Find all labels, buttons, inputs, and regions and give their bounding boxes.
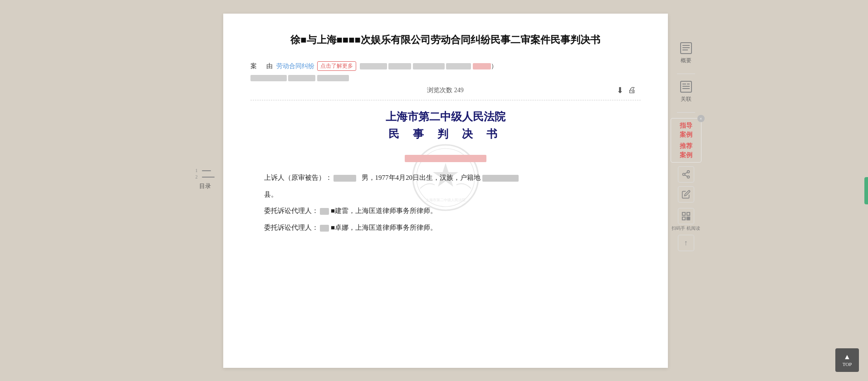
top-arrow-icon: ▲ xyxy=(843,353,851,361)
appellant-label: 上诉人（原审被告）： xyxy=(264,174,332,181)
svg-point-14 xyxy=(682,173,685,176)
divider1 xyxy=(677,74,695,74)
click-more-badge[interactable]: 点击了解更多 xyxy=(317,61,356,71)
delegate1-label: 委托诉讼代理人： xyxy=(264,207,319,214)
case-number-row xyxy=(250,155,641,162)
court-doc-type: 民 事 判 决 书 xyxy=(250,127,641,141)
related-label: 关联 xyxy=(681,95,691,103)
delegate2-label: 委托诉讼代理人： xyxy=(264,224,319,231)
body-text: 上诉人（原审被告）： 男，1977年4月20日出生，汉族，户籍地 县。 委托诉讼… xyxy=(250,171,641,234)
right-sidebar: 概要 关联 × 指导案例 推荐案例 xyxy=(668,14,704,368)
appellant-info: 男，1977年4月20日出生，汉族，户籍地 xyxy=(362,174,481,181)
svg-rect-19 xyxy=(687,213,689,215)
svg-line-17 xyxy=(685,173,687,174)
delegate2-name: ■卓娜，上海匡道律师事务所律师。 xyxy=(331,224,437,231)
view-count-value: 249 xyxy=(454,87,464,94)
guide-case-label: 指导案例 xyxy=(675,121,697,139)
svg-rect-24 xyxy=(688,217,690,218)
view-count-row: 浏览次数 249 ⬇ 🖨 xyxy=(250,86,641,100)
case-by-label: 由 xyxy=(266,62,273,70)
guide-case-box: × 指导案例 推荐案例 xyxy=(671,118,701,163)
view-count-label: 浏览次数 xyxy=(427,86,452,94)
svg-rect-22 xyxy=(688,219,690,220)
toc-button[interactable]: 1 2 目录 xyxy=(196,168,215,190)
top-label: TOP xyxy=(843,361,852,367)
case-info-row: 案 由 劳动合同纠纷 点击了解更多 ） xyxy=(250,61,641,71)
svg-rect-23 xyxy=(687,219,688,220)
appellant-suffix: 县。 xyxy=(264,191,278,198)
svg-rect-21 xyxy=(687,217,688,218)
related-button[interactable]: 关联 xyxy=(679,79,693,103)
case-type-link[interactable]: 劳动合同纠纷 xyxy=(276,62,314,70)
recommend-case-label: 推荐案例 xyxy=(675,142,697,159)
download-icon[interactable]: ⬇ xyxy=(617,85,623,95)
left-sidebar: 1 2 目录 xyxy=(191,14,219,368)
guide-case-close-button[interactable]: × xyxy=(697,115,705,122)
document-title: 徐■与上海■■■■次娱乐有限公司劳动合同纠纷民事二审案件民事判决书 xyxy=(250,32,641,48)
svg-line-16 xyxy=(685,175,687,177)
print-icon[interactable]: 🖨 xyxy=(628,85,636,95)
toc-label: 目录 xyxy=(199,182,211,190)
summary-label: 概要 xyxy=(681,57,691,64)
svg-rect-20 xyxy=(682,217,685,220)
summary-button[interactable]: 概要 xyxy=(679,41,693,64)
green-side-tab xyxy=(864,177,868,204)
court-name: 上海市第二中级人民法院 xyxy=(250,109,641,124)
case-label: 案 xyxy=(250,62,257,70)
top-button[interactable]: ▲ TOP xyxy=(835,348,859,372)
case-info-row2 xyxy=(250,74,641,82)
divider2 xyxy=(677,112,695,113)
qrcode-group[interactable]: 扫码手 机阅读 xyxy=(672,208,700,231)
qrcode-label: 扫码手 机阅读 xyxy=(672,225,700,231)
svg-point-15 xyxy=(687,176,689,178)
edit-button[interactable] xyxy=(678,186,694,203)
scroll-top-button[interactable]: ↑ xyxy=(678,235,694,251)
document-container: 徐■与上海■■■■次娱乐有限公司劳动合同纠纷民事二审案件民事判决书 案 由 劳动… xyxy=(223,14,668,368)
svg-rect-18 xyxy=(682,213,685,215)
delegate1-name: ■建雷，上海匡道律师事务所律师。 xyxy=(331,207,437,214)
qrcode-icon xyxy=(678,208,694,224)
share-button[interactable] xyxy=(678,166,694,183)
svg-point-13 xyxy=(687,171,689,173)
